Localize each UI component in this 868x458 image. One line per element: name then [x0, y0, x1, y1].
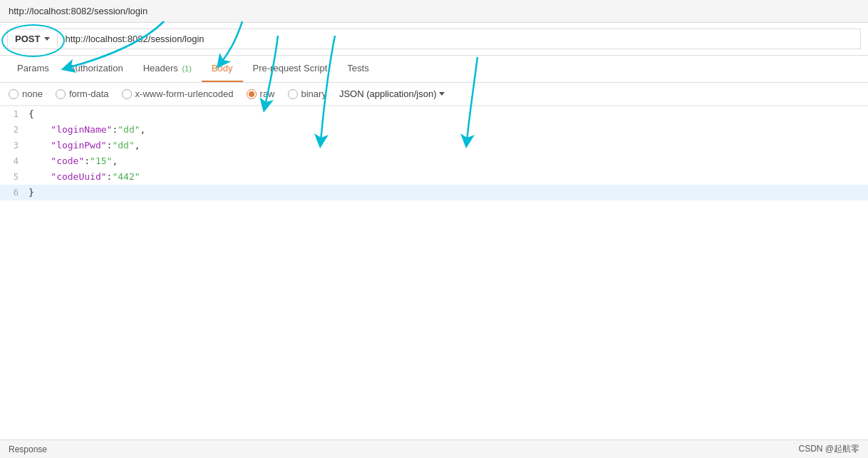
- dropdown-arrow-icon: [439, 92, 445, 96]
- code-line-6: 6 }: [0, 185, 868, 200]
- option-form-data[interactable]: form-data: [56, 88, 109, 99]
- method-button[interactable]: POST: [7, 29, 58, 49]
- option-raw-label: raw: [260, 88, 275, 99]
- bottom-bar: Response CSDN @起航零: [0, 439, 868, 458]
- code-editor-area[interactable]: 1 { 2 "loginName":"dd", 3 "loginPwd":"dd…: [0, 106, 868, 200]
- code-line-4: 4 "code":"15",: [0, 153, 868, 169]
- tab-prerequest-label: Pre-request Script: [253, 63, 328, 73]
- code-line-5: 5 "codeUuid":"442": [0, 169, 868, 185]
- line-number-5: 5: [0, 169, 26, 185]
- radio-raw: [247, 89, 257, 99]
- option-binary-label: binary: [301, 88, 326, 99]
- option-raw[interactable]: raw: [247, 88, 275, 99]
- line-content-5: "codeUuid":"442": [26, 169, 868, 185]
- line-content-1: {: [26, 106, 868, 122]
- tab-tests[interactable]: Tests: [337, 56, 378, 82]
- option-none-label: none: [22, 88, 43, 99]
- tab-prerequest[interactable]: Pre-request Script: [243, 56, 338, 82]
- code-line-1: 1 {: [0, 106, 868, 122]
- line-number-6: 6: [0, 185, 26, 200]
- url-input[interactable]: [58, 29, 861, 49]
- line-content-3: "loginPwd":"dd",: [26, 138, 868, 153]
- option-form-data-label: form-data: [69, 88, 109, 99]
- tab-body[interactable]: Body: [202, 56, 243, 82]
- radio-urlencoded: [122, 89, 132, 99]
- option-urlencoded[interactable]: x-www-form-urlencoded: [122, 88, 234, 99]
- code-line-3: 3 "loginPwd":"dd",: [0, 138, 868, 153]
- tab-authorization-label: Authorization: [69, 63, 123, 73]
- line-number-2: 2: [0, 122, 26, 138]
- tab-params-label: Params: [17, 63, 49, 73]
- option-binary[interactable]: binary: [288, 88, 326, 99]
- watermark: CSDN @起航零: [798, 443, 859, 455]
- json-type-label: JSON (application/json): [339, 88, 437, 99]
- url-text: http://localhost:8082/session/login: [9, 6, 148, 16]
- line-number-3: 3: [0, 138, 26, 153]
- option-none[interactable]: none: [9, 88, 43, 99]
- tab-authorization[interactable]: Authorization: [59, 56, 133, 82]
- response-label: Response: [9, 444, 47, 454]
- method-label: POST: [15, 34, 40, 44]
- tabs-row: Params Authorization Headers (1) Body Pr…: [0, 56, 868, 83]
- option-urlencoded-label: x-www-form-urlencoded: [135, 88, 234, 99]
- code-line-2: 2 "loginName":"dd",: [0, 122, 868, 138]
- code-editor: 1 { 2 "loginName":"dd", 3 "loginPwd":"dd…: [0, 106, 868, 200]
- tab-headers-label: Headers: [143, 63, 178, 73]
- line-content-4: "code":"15",: [26, 153, 868, 169]
- method-wrapper: POST: [7, 29, 58, 49]
- line-number-4: 4: [0, 153, 26, 169]
- body-options: none form-data x-www-form-urlencoded raw…: [0, 83, 868, 106]
- tab-tests-label: Tests: [347, 63, 368, 73]
- url-display: http://localhost:8082/session/login: [0, 0, 868, 23]
- tab-params[interactable]: Params: [7, 56, 59, 82]
- request-row: POST: [0, 23, 868, 56]
- line-number-1: 1: [0, 106, 26, 122]
- line-content-6: }: [26, 185, 868, 200]
- radio-form-data: [56, 89, 66, 99]
- headers-badge: (1): [182, 64, 191, 73]
- tab-body-label: Body: [212, 63, 233, 73]
- line-content-2: "loginName":"dd",: [26, 122, 868, 138]
- json-type-dropdown[interactable]: JSON (application/json): [339, 88, 445, 99]
- radio-binary: [288, 89, 298, 99]
- radio-none: [9, 89, 19, 99]
- tab-headers[interactable]: Headers (1): [133, 56, 202, 82]
